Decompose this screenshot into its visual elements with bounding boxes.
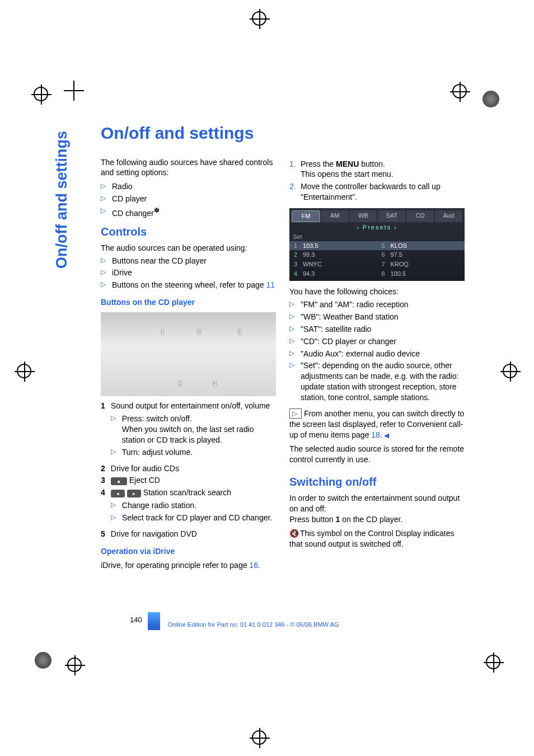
def-text: Eject CD xyxy=(129,476,160,485)
registration-mark xyxy=(486,655,500,669)
def-sublist: Change radio station. Select track for C… xyxy=(111,500,276,523)
page-number-strip xyxy=(148,612,160,630)
list-item: "FM" and "AM": radio reception xyxy=(289,299,465,310)
def-text: Sound output for entertainment on/off, v… xyxy=(111,401,276,411)
menu-button-label: MENU xyxy=(336,159,359,168)
list-item: Select track for CD player and CD change… xyxy=(111,513,276,523)
right-column: Press the MENU button. This opens the st… xyxy=(289,157,465,571)
tab-aud: Aud xyxy=(435,210,462,222)
list-item: Buttons near the CD player xyxy=(101,256,276,266)
controls-intro: The audio sources can be operated using: xyxy=(101,243,276,253)
list-item: "WB": Weather Band station xyxy=(289,312,465,322)
eject-button-icon: ▲ xyxy=(111,477,127,485)
registration-mark xyxy=(34,87,48,101)
switch-intro: In order to switch the entertainment sou… xyxy=(289,493,465,514)
choices-list: "FM" and "AM": radio reception "WB": Wea… xyxy=(289,299,465,403)
color-registration-dot xyxy=(35,652,51,669)
idrive-screenshot: FM AM WB SAT CD Aud ‹ Presets › Set 1103… xyxy=(289,208,465,281)
def-num: 4 xyxy=(101,487,105,529)
footnote-mark xyxy=(154,209,160,218)
step-pre: Press the xyxy=(301,159,336,168)
color-registration-dot xyxy=(483,91,499,107)
preset-item: 697.5 xyxy=(377,250,465,260)
callout-3: 3 xyxy=(237,327,241,336)
tab-sat: SAT xyxy=(378,210,405,222)
def-text: Drive for audio CDs xyxy=(111,463,179,474)
switching-heading: Switching on/off xyxy=(289,475,465,490)
idrive-heading: Operation via iDrive xyxy=(101,546,276,557)
definition-item: 1 Sound output for entertainment on/off,… xyxy=(101,401,276,463)
list-item: "Set": depending on the audio source, ot… xyxy=(289,360,465,403)
preset-item: 5KLOS xyxy=(377,241,465,251)
set-label: Set xyxy=(289,233,465,241)
mute-text: This symbol on the Control Display indic… xyxy=(289,529,454,548)
definition-item: 3 ▲Eject CD xyxy=(101,475,276,486)
preset-item: 1103.5 xyxy=(289,241,377,251)
step-item: Move the controller backwards to call up… xyxy=(289,181,465,203)
end-mark-icon: ◀ xyxy=(382,431,389,439)
switch-press-post: on the CD player. xyxy=(340,515,402,524)
side-tab-title: On/off and settings xyxy=(53,123,77,269)
presets-label: ‹ Presets › xyxy=(289,222,465,233)
list-item: "SAT": satellite radio xyxy=(289,324,465,335)
list-item: Turn: adjust volume. xyxy=(111,447,276,458)
controls-list: Buttons near the CD player iDrive Button… xyxy=(101,256,276,291)
mute-icon: 🔇 xyxy=(289,528,299,539)
registration-mark xyxy=(503,364,517,378)
switch-press: Press button 1 on the CD player. xyxy=(289,514,465,525)
preset-item: 494.3 xyxy=(289,269,377,279)
definition-item: 5 Drive for navigation DVD xyxy=(101,529,276,539)
callout-4: 4 xyxy=(213,379,217,388)
registration-mark xyxy=(452,84,467,98)
scan-left-icon: ◂ xyxy=(111,490,125,497)
callout-1: 1 xyxy=(160,327,164,336)
tab-cd: CD xyxy=(406,210,434,222)
preset-item: 3WNYC xyxy=(289,260,377,269)
note-icon xyxy=(289,408,302,419)
scan-right-icon: ▸ xyxy=(127,490,141,497)
page-title: On/off and settings xyxy=(101,122,465,145)
registration-mark xyxy=(252,730,266,745)
preset-item: 7KROQ xyxy=(377,260,465,269)
preset-item: 8100.5 xyxy=(377,269,465,279)
tab-am: AM xyxy=(321,210,349,222)
stored-text: The selected audio source is stored for … xyxy=(289,444,465,465)
list-item: "Audio Aux": external audio device xyxy=(289,349,465,359)
choices-intro: You have the following choices: xyxy=(289,287,465,297)
list-item: Radio xyxy=(101,181,276,192)
registration-mark xyxy=(252,11,266,26)
left-column: The following audio sources have shared … xyxy=(101,157,276,571)
footer-text: Online Edition for Part no. 01 41 0 012 … xyxy=(168,621,339,628)
def-num: 3 xyxy=(101,475,105,486)
page-number: 140 xyxy=(130,616,142,624)
steps-list: Press the MENU button. This opens the st… xyxy=(289,159,465,203)
intro-text: The following audio sources have shared … xyxy=(101,157,276,179)
page-ref-link[interactable]: 16 xyxy=(249,561,258,570)
def-text: Drive for navigation DVD xyxy=(111,529,197,539)
list-item: iDrive xyxy=(101,267,276,278)
idrive-text: iDrive, for operating principle refer to… xyxy=(101,560,276,571)
mute-paragraph: 🔇This symbol on the Control Display indi… xyxy=(289,528,465,550)
page-ref-link[interactable]: 18 xyxy=(371,430,380,439)
switch-press-pre: Press button xyxy=(289,515,336,524)
def-text: Station scan/track search xyxy=(143,488,231,497)
preset-grid: 1103.5 5KLOS 299.3 697.5 3WNYC 7KROQ 494… xyxy=(289,241,465,279)
controls-heading: Controls xyxy=(101,224,276,240)
page-ref-link[interactable]: 11 xyxy=(266,280,275,289)
idrive-text-body: iDrive, for operating principle refer to… xyxy=(101,561,249,570)
registration-mark xyxy=(17,364,31,378)
cd-buttons-heading: Buttons on the CD player xyxy=(101,297,276,308)
definition-item: 2 Drive for audio CDs xyxy=(101,463,276,474)
preset-item: 299.3 xyxy=(289,250,377,260)
callout-5: 5 xyxy=(178,379,182,388)
registration-mark xyxy=(67,658,82,672)
step-item: Press the MENU button. This opens the st… xyxy=(289,159,465,180)
audio-sources-list: Radio CD player CD changer xyxy=(101,181,276,218)
list-item: CD changer xyxy=(101,206,276,219)
tab-fm: FM xyxy=(292,210,320,222)
page-content: On/off and settings The following audio … xyxy=(101,122,465,571)
list-item-label: CD changer xyxy=(112,209,154,218)
callout-2: 2 xyxy=(197,327,201,336)
def-sublist: Press: switch on/off. When you switch on… xyxy=(111,414,276,458)
def-num: 2 xyxy=(101,463,105,474)
